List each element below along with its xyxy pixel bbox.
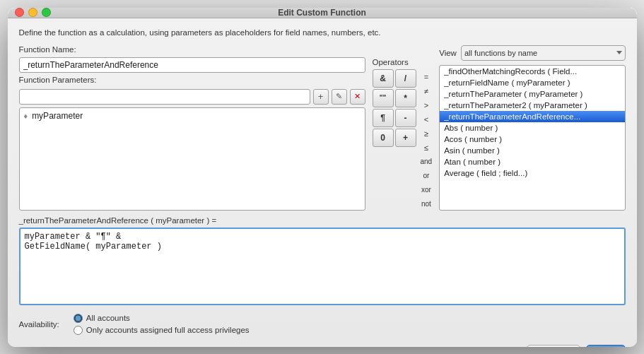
radio-full-access-label: Only accounts assigned full access privi… <box>86 326 250 334</box>
op-text-gt[interactable]: > <box>421 99 433 112</box>
availability-label: Availability: <box>19 320 59 329</box>
dialog-title: Edit Custom Function <box>278 8 366 18</box>
titlebar-buttons <box>15 8 51 17</box>
close-button[interactable] <box>15 8 24 17</box>
plus-icon: + <box>318 91 324 102</box>
delete-param-button[interactable]: ✕ <box>350 89 365 105</box>
list-item[interactable]: Asin ( number ) <box>440 145 624 156</box>
middle-panel: Operators & / "" * ¶ - 0 + = ≠ <box>373 45 433 211</box>
radio-full-access-input[interactable] <box>74 326 83 335</box>
op-text-eq[interactable]: = <box>421 71 433 83</box>
op-plus[interactable]: + <box>395 129 416 147</box>
dialog-body: Define the function as a calculation, us… <box>8 18 637 347</box>
function-name-input[interactable] <box>19 57 365 73</box>
view-select[interactable]: all functions by name all functions by t… <box>461 45 626 61</box>
op-text-xor[interactable]: xor <box>421 184 433 196</box>
titlebar: Edit Custom Function <box>8 8 637 18</box>
buttons-row: Cancel OK <box>19 342 626 347</box>
list-item[interactable]: Abs ( number ) <box>440 122 624 134</box>
op-text-neq[interactable]: ≠ <box>421 85 433 98</box>
radio-all-accounts-input[interactable] <box>74 314 83 323</box>
functions-list[interactable]: _findOtherMatchingRecords ( Field... _re… <box>439 65 625 211</box>
op-ampersand[interactable]: & <box>373 69 394 88</box>
function-name-label: Function Name: <box>19 45 365 54</box>
ok-button[interactable]: OK <box>586 345 626 347</box>
radio-all-accounts[interactable]: All accounts <box>74 314 250 323</box>
op-quotes[interactable]: "" <box>373 89 394 107</box>
delete-icon: ✕ <box>354 92 361 101</box>
list-item[interactable]: Average ( field ; field...) <box>440 167 624 179</box>
operators-label: Operators <box>373 58 433 66</box>
op-text-gte[interactable]: ≥ <box>421 127 433 140</box>
params-row: + ✎ ✕ <box>19 89 365 105</box>
op-text-lt[interactable]: < <box>421 113 433 126</box>
op-multiply[interactable]: * <box>395 89 416 107</box>
left-panel: Function Name: Function Parameters: + ✎ … <box>19 45 365 211</box>
op-text-or[interactable]: or <box>421 170 433 182</box>
list-item-selected[interactable]: _returnTheParameterAndReference... <box>440 111 624 122</box>
params-input[interactable] <box>19 89 310 105</box>
edit-icon: ✎ <box>336 92 342 101</box>
right-panel: View all functions by name all functions… <box>439 45 625 211</box>
op-text-not[interactable]: not <box>421 198 433 211</box>
op-pilcrow[interactable]: ¶ <box>373 109 394 127</box>
maximize-button[interactable] <box>42 8 51 17</box>
op-zero[interactable]: 0 <box>373 129 394 147</box>
description-text: Define the function as a calculation, us… <box>19 28 626 37</box>
radio-group: All accounts Only accounts assigned full… <box>74 314 250 335</box>
list-item[interactable]: _returnTheParameter2 ( myParameter ) <box>440 100 624 111</box>
operators-grid: & / "" * ¶ - 0 + <box>373 69 416 211</box>
main-content: Function Name: Function Parameters: + ✎ … <box>19 45 626 211</box>
add-param-button[interactable]: + <box>313 89 329 105</box>
list-item[interactable]: Atan ( number ) <box>440 156 624 167</box>
function-params-label: Function Parameters: <box>19 76 365 84</box>
op-text-and[interactable]: and <box>421 155 433 168</box>
view-label: View <box>439 49 457 57</box>
list-item[interactable]: _returnFieldName ( myParameter ) <box>440 77 624 88</box>
minimize-button[interactable] <box>28 8 37 17</box>
list-item[interactable]: _findOtherMatchingRecords ( Field... <box>440 66 624 77</box>
cancel-button[interactable]: Cancel <box>527 345 580 347</box>
list-item[interactable]: Acos ( number ) <box>440 134 624 145</box>
formula-label: _returnTheParameterAndReference ( myPara… <box>19 216 626 225</box>
edit-param-button[interactable]: ✎ <box>332 89 347 105</box>
param-name: myParameter <box>32 111 83 121</box>
params-list[interactable]: ♦ myParameter <box>19 107 365 211</box>
op-text-lte[interactable]: ≤ <box>421 141 433 154</box>
op-minus[interactable]: - <box>395 109 416 127</box>
op-divide[interactable]: / <box>395 69 416 88</box>
list-item: ♦ myParameter <box>23 110 362 122</box>
radio-all-accounts-label: All accounts <box>86 314 130 322</box>
formula-section: _returnTheParameterAndReference ( myPara… <box>19 216 626 305</box>
edit-custom-function-dialog: Edit Custom Function Define the function… <box>8 8 637 347</box>
list-item[interactable]: _returnTheParameter ( myParameter ) <box>440 88 624 100</box>
availability-section: Availability: All accounts Only accounts… <box>19 311 626 336</box>
param-handle-icon: ♦ <box>24 112 28 120</box>
formula-editor[interactable]: myParameter & "¶" & GetFieldName( myPara… <box>19 228 626 305</box>
ops-text-list: = ≠ > < ≥ ≤ and or xor not <box>421 71 433 211</box>
view-row: View all functions by name all functions… <box>439 45 625 61</box>
radio-full-access[interactable]: Only accounts assigned full access privi… <box>74 326 250 335</box>
